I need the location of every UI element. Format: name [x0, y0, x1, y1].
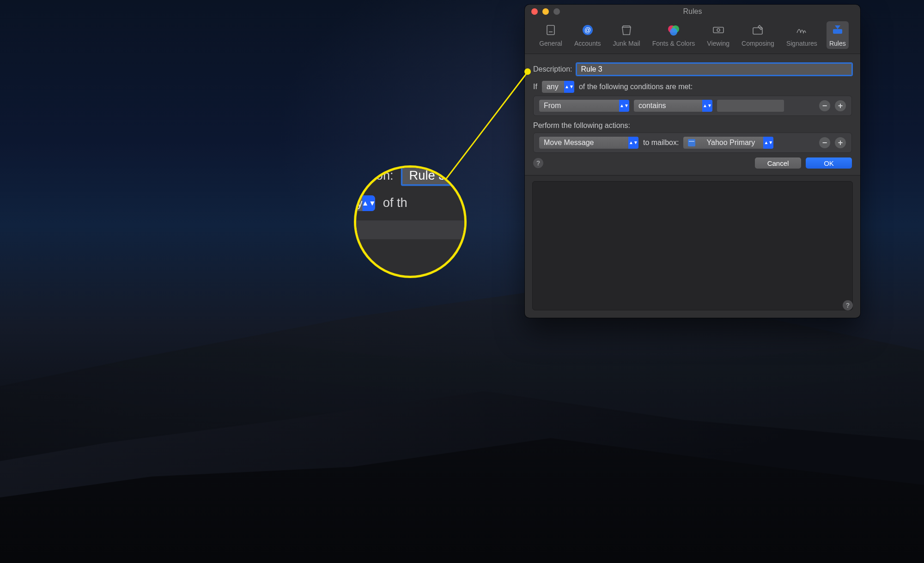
svg-rect-0 — [547, 25, 554, 35]
updown-icon: ▲▼ — [628, 137, 638, 149]
cancel-button[interactable]: Cancel — [755, 157, 801, 169]
signatures-icon — [793, 23, 810, 37]
rules-lower-panel: ? — [525, 176, 860, 318]
general-icon — [542, 23, 559, 37]
remove-action-button[interactable]: − — [819, 137, 830, 148]
condition-operator-select[interactable]: contains ▲▼ — [634, 100, 712, 112]
mag-description-input: Rule 3 — [401, 165, 454, 186]
if-suffix: of the following conditions are met: — [579, 83, 693, 91]
help-button-lower[interactable]: ? — [843, 300, 853, 310]
accounts-icon: @ — [579, 23, 596, 37]
mailbox-icon — [688, 139, 695, 146]
titlebar: Rules — [525, 5, 860, 18]
condition-row: From ▲▼ contains ▲▼ − + — [533, 96, 852, 116]
mag-description-label: Description: — [354, 169, 394, 183]
tab-signatures[interactable]: Signatures — [784, 21, 820, 49]
tab-label: Signatures — [786, 40, 817, 47]
svg-point-6 — [670, 28, 677, 36]
actions-label: Perform the following actions: — [533, 121, 630, 130]
add-condition-button[interactable]: + — [835, 100, 846, 111]
rules-list-background — [532, 181, 853, 310]
add-action-button[interactable]: + — [835, 137, 846, 148]
description-input[interactable] — [577, 63, 852, 75]
tab-rules[interactable]: Rules — [827, 21, 849, 49]
updown-icon: ▲▼ — [702, 100, 712, 112]
tab-label: General — [539, 40, 562, 47]
tab-fonts-colors[interactable]: Fonts & Colors — [650, 21, 698, 49]
updown-icon: ▲▼ — [619, 100, 629, 112]
desktop-background: Rules General @ Accounts Junk Mail — [0, 0, 924, 563]
tab-label: Accounts — [574, 40, 601, 47]
condition-value-input[interactable] — [717, 100, 784, 112]
junk-icon — [618, 23, 635, 37]
tab-viewing[interactable]: Viewing — [704, 21, 732, 49]
action-verb-select[interactable]: Move Message ▲▼ — [539, 137, 638, 149]
tab-general[interactable]: General — [536, 21, 565, 49]
mag-if-scope-select: any ▲▼ — [354, 195, 375, 211]
window-controls — [525, 8, 560, 15]
svg-rect-7 — [713, 27, 723, 33]
tab-label: Rules — [829, 40, 846, 47]
composing-icon — [749, 23, 766, 37]
description-label: Description: — [533, 65, 572, 73]
viewing-icon — [710, 23, 727, 37]
close-button[interactable] — [531, 8, 538, 15]
preferences-toolbar: General @ Accounts Junk Mail — [525, 18, 860, 54]
svg-rect-9 — [753, 28, 762, 34]
svg-rect-10 — [833, 29, 842, 34]
svg-text:@: @ — [584, 26, 591, 34]
rules-preferences-window: Rules General @ Accounts Junk Mail — [525, 5, 860, 318]
window-title: Rules — [525, 7, 860, 16]
minimize-button[interactable] — [542, 8, 549, 15]
if-scope-value: any — [547, 83, 559, 91]
action-mailbox-select[interactable]: Yahoo Primary ▲▼ — [683, 137, 773, 149]
rule-editor-sheet: Description: If any ▲▼ of the following … — [525, 54, 860, 176]
tab-accounts[interactable]: @ Accounts — [571, 21, 604, 49]
updown-icon: ▲▼ — [363, 195, 375, 211]
tab-label: Junk Mail — [613, 40, 640, 47]
callout-magnifier: eral Accounts Description: Rule 3 f any … — [354, 165, 467, 278]
updown-icon: ▲▼ — [564, 81, 574, 93]
tab-label: Viewing — [707, 40, 729, 47]
svg-point-8 — [717, 29, 720, 31]
rules-icon — [829, 23, 846, 37]
if-prefix: If — [533, 83, 537, 91]
mag-if-suffix: of th — [383, 196, 407, 211]
condition-field-select[interactable]: From ▲▼ — [539, 100, 629, 112]
if-scope-select[interactable]: any ▲▼ — [542, 81, 574, 93]
to-mailbox-label: to mailbox: — [643, 139, 679, 147]
zoom-button[interactable] — [553, 8, 560, 15]
tab-label: Composing — [742, 40, 774, 47]
tab-junk-mail[interactable]: Junk Mail — [610, 21, 643, 49]
remove-condition-button[interactable]: − — [819, 100, 830, 111]
help-button[interactable]: ? — [533, 158, 543, 168]
ok-button[interactable]: OK — [806, 157, 852, 169]
fonts-colors-icon — [665, 23, 682, 37]
tab-composing[interactable]: Composing — [739, 21, 777, 49]
updown-icon: ▲▼ — [763, 137, 773, 149]
tab-label: Fonts & Colors — [652, 40, 695, 47]
action-row: Move Message ▲▼ to mailbox: Yahoo Primar… — [533, 133, 852, 153]
callout-dot — [524, 68, 531, 75]
